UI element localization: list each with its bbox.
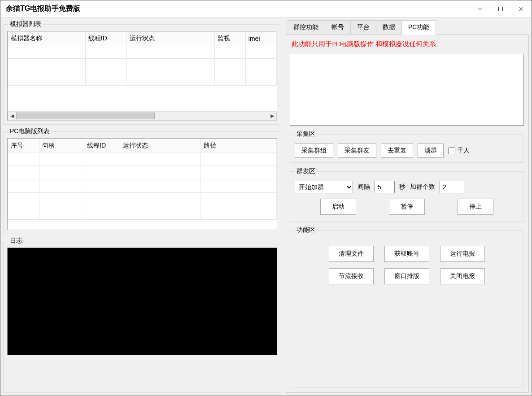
- get-account-button[interactable]: 获取账号: [384, 246, 429, 262]
- table-row[interactable]: [8, 179, 277, 193]
- emulator-hscroll[interactable]: ◀ ▶: [8, 111, 277, 120]
- right-column: 群控功能 帐号 平台 数据 PC功能 此功能只用于PC电脑版操作 和模拟器没任何…: [285, 20, 529, 393]
- client-area: 模拟器列表 模拟器名称 线程ID 运行状态 监视 imei: [0, 17, 532, 396]
- emulator-legend: 模拟器列表: [8, 20, 43, 28]
- pause-button[interactable]: 暂停: [389, 199, 425, 215]
- emulator-list-group: 模拟器列表 模拟器名称 线程ID 运行状态 监视 imei: [3, 20, 281, 125]
- emulator-grid[interactable]: 模拟器名称 线程ID 运行状态 监视 imei: [7, 31, 277, 121]
- col-handle[interactable]: 句柄: [39, 139, 84, 152]
- col-imei[interactable]: imei: [245, 32, 276, 45]
- interval-unit: 秒: [399, 183, 406, 191]
- tab-bar: 群控功能 帐号 平台 数据 PC功能: [285, 20, 529, 35]
- send-group: 群发区 开始加群 间隔 秒 加群个数 启动 暂停 停止: [290, 167, 524, 222]
- function-group: 功能区 清理文件 获取账号 运行电报 节流接收 窗口排版 关闭电报: [290, 226, 524, 388]
- interval-label: 间隔: [358, 183, 370, 191]
- table-row[interactable]: [8, 166, 277, 179]
- pc-list-legend: PC电脑版列表: [8, 127, 52, 135]
- run-telegram-button[interactable]: 运行电报: [440, 246, 485, 262]
- stop-button[interactable]: 停止: [458, 199, 493, 215]
- clean-files-button[interactable]: 清理文件: [329, 246, 374, 262]
- window-controls: [470, 0, 532, 17]
- emulator-header-row: 模拟器名称 线程ID 运行状态 监视 imei: [8, 32, 277, 45]
- col-thread-id[interactable]: 线程ID: [85, 32, 126, 45]
- send-legend: 群发区: [295, 167, 317, 175]
- tab-platform[interactable]: 平台: [350, 20, 376, 35]
- start-button[interactable]: 启动: [320, 199, 356, 215]
- table-row[interactable]: [8, 45, 277, 59]
- filter-group-button[interactable]: 滤群: [418, 144, 444, 158]
- collect-group-button[interactable]: 采集群组: [295, 144, 333, 158]
- pc-function-panel: 此功能只用于PC电脑版操作 和模拟器没任何关系 采集区 采集群组 采集群友 去重…: [285, 34, 529, 393]
- table-row[interactable]: [8, 59, 277, 72]
- pc-input-textarea[interactable]: [290, 54, 524, 126]
- throttle-receive-button[interactable]: 节流接收: [329, 268, 374, 284]
- tab-pc-function[interactable]: PC功能: [401, 20, 436, 35]
- window-title: 余猫TG电报助手免费版: [6, 4, 470, 13]
- left-column: 模拟器列表 模拟器名称 线程ID 运行状态 监视 imei: [3, 20, 281, 393]
- action-select[interactable]: 开始加群: [295, 181, 353, 193]
- window-layout-button[interactable]: 窗口排版: [384, 268, 429, 284]
- tab-account[interactable]: 帐号: [325, 20, 351, 35]
- pc-grid[interactable]: 序号 句柄 线程ID 运行状态 路径: [7, 138, 277, 230]
- thousand-checkbox[interactable]: [448, 147, 455, 154]
- function-legend: 功能区: [295, 226, 317, 234]
- tab-data[interactable]: 数据: [376, 20, 402, 35]
- col-seq[interactable]: 序号: [8, 139, 39, 152]
- pc-header-row: 序号 句柄 线程ID 运行状态 路径: [8, 139, 277, 152]
- maximize-button[interactable]: [490, 0, 511, 17]
- thousand-label-text: 千人: [457, 147, 470, 155]
- thousand-checkbox-label[interactable]: 千人: [448, 147, 470, 155]
- table-row[interactable]: [8, 206, 277, 220]
- log-textarea[interactable]: [7, 248, 277, 355]
- close-telegram-button[interactable]: 关闭电报: [440, 268, 485, 284]
- tab-group-control[interactable]: 群控功能: [287, 20, 325, 35]
- pc-list-group: PC电脑版列表 序号 句柄 线程ID 运行状态 路径: [3, 127, 281, 234]
- scroll-left-icon[interactable]: ◀: [8, 112, 17, 120]
- svg-rect-1: [499, 7, 503, 11]
- collect-group: 采集区 采集群组 采集群友 去重复 滤群 千人: [290, 130, 524, 163]
- minimize-button[interactable]: [470, 0, 490, 17]
- col-monitor[interactable]: 监视: [214, 32, 245, 45]
- table-row[interactable]: [8, 193, 277, 206]
- titlebar: 余猫TG电报助手免费版: [0, 0, 532, 17]
- collect-legend: 采集区: [295, 130, 317, 138]
- dedup-button[interactable]: 去重复: [381, 144, 413, 158]
- scroll-track[interactable]: [17, 112, 268, 120]
- table-row[interactable]: [8, 72, 277, 86]
- log-group: 日志: [3, 237, 281, 393]
- col-run-state[interactable]: 运行状态: [126, 32, 214, 45]
- scroll-thumb[interactable]: [17, 113, 155, 119]
- close-button[interactable]: [511, 0, 532, 17]
- count-label: 加群个数: [410, 183, 435, 191]
- collect-friends-button[interactable]: 采集群友: [338, 144, 376, 158]
- col-path[interactable]: 路径: [201, 139, 277, 152]
- log-legend: 日志: [8, 237, 24, 245]
- app-window: 余猫TG电报助手免费版 模拟器列表: [0, 0, 532, 396]
- count-input[interactable]: [440, 181, 464, 193]
- table-row[interactable]: [8, 152, 277, 166]
- pc-notice-text: 此功能只用于PC电脑版操作 和模拟器没任何关系: [290, 39, 524, 49]
- scroll-right-icon[interactable]: ▶: [268, 112, 277, 120]
- col-thread-id[interactable]: 线程ID: [84, 139, 120, 152]
- interval-input[interactable]: [375, 181, 395, 193]
- col-run-state[interactable]: 运行状态: [120, 139, 201, 152]
- col-emu-name[interactable]: 模拟器名称: [8, 32, 86, 45]
